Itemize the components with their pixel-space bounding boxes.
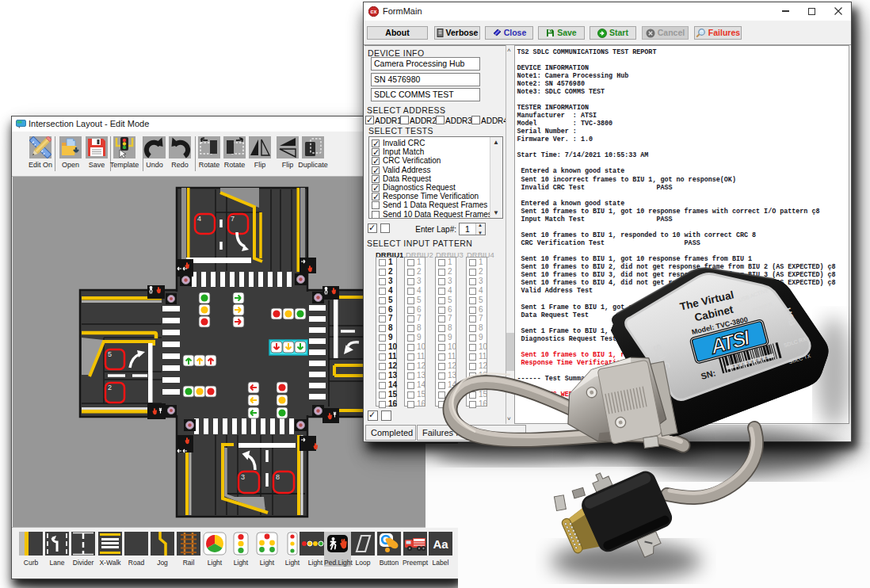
svg-text:5: 5: [108, 350, 112, 358]
svg-text:Aa: Aa: [433, 537, 448, 551]
svg-text:7: 7: [231, 215, 235, 223]
svg-text:2: 2: [108, 384, 112, 391]
svg-text:cx: cx: [371, 9, 377, 14]
svg-text:4: 4: [197, 215, 201, 223]
svg-text:8: 8: [276, 473, 280, 481]
svg-text:3: 3: [241, 473, 245, 481]
